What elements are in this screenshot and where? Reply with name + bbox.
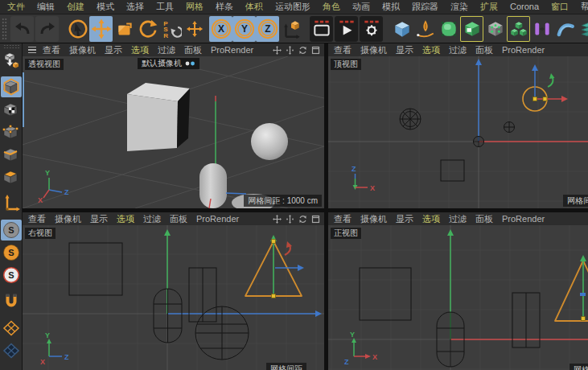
- wireframe-sphere[interactable]: [195, 306, 249, 360]
- menu-panel[interactable]: 面板: [170, 213, 187, 225]
- dolly-view-icon[interactable]: [285, 45, 295, 55]
- menu-filter[interactable]: 过滤: [449, 44, 467, 56]
- rotate-view-icon[interactable]: [298, 214, 308, 224]
- wireframe-cube[interactable]: [441, 160, 464, 181]
- make-editable-button[interactable]: [1, 50, 22, 71]
- toolbar-grip[interactable]: [2, 18, 7, 40]
- wireframe-cube[interactable]: [69, 243, 122, 295]
- maximize-view-icon[interactable]: [310, 45, 321, 55]
- maximize-view-icon[interactable]: [310, 214, 321, 224]
- menubar-item-19[interactable]: 帮助: [581, 0, 588, 14]
- enable-axis-button[interactable]: [1, 193, 22, 214]
- spline-pen-button[interactable]: [413, 16, 437, 42]
- coordinate-system-button[interactable]: [279, 16, 302, 42]
- render-view-button[interactable]: [310, 16, 333, 42]
- viewport-solo-hierarchy-button[interactable]: S: [1, 265, 22, 286]
- volume-builder-button[interactable]: [460, 16, 483, 42]
- floor-button[interactable]: [577, 16, 588, 42]
- menu-camera[interactable]: 摄像机: [360, 213, 387, 225]
- menubar-item-7[interactable]: 网格: [186, 0, 204, 14]
- polygons-mode-button[interactable]: [1, 166, 22, 187]
- cloner-button[interactable]: [507, 16, 530, 42]
- menubar-item-13[interactable]: 模拟: [382, 0, 400, 14]
- pan-view-icon[interactable]: [272, 45, 282, 55]
- menubar-item-18[interactable]: 窗口: [551, 0, 569, 14]
- wireframe-capsule-origin[interactable]: [473, 137, 484, 147]
- scene-cube[interactable]: [127, 83, 190, 151]
- menu-view[interactable]: 查看: [334, 44, 352, 56]
- wireframe-cylinder[interactable]: [504, 122, 515, 133]
- menubar-item-8[interactable]: 样条: [216, 0, 233, 14]
- scale-tool-button[interactable]: [113, 16, 136, 42]
- scene-sphere[interactable]: [251, 123, 288, 160]
- menubar-item-12[interactable]: 动画: [352, 0, 370, 14]
- undo-button[interactable]: [10, 16, 34, 42]
- bend-deformer-button[interactable]: [553, 16, 577, 42]
- menubar-item-15[interactable]: 渲染: [450, 0, 468, 14]
- last-tool-psr-button[interactable]: P S R: [159, 16, 183, 42]
- wireframe-sphere[interactable]: [400, 109, 421, 130]
- menubar-item-17[interactable]: Corona: [510, 0, 539, 14]
- menu-panel[interactable]: 面板: [184, 44, 202, 56]
- menu-filter[interactable]: 过滤: [449, 213, 467, 225]
- menu-options[interactable]: 选项: [422, 44, 440, 56]
- menubar-item-1[interactable]: 文件: [7, 0, 25, 14]
- redo-button[interactable]: [35, 16, 59, 42]
- wireframe-cube[interactable]: [360, 268, 411, 320]
- axis-y-lock-button[interactable]: Y: [232, 16, 256, 42]
- menu-display[interactable]: 显示: [396, 213, 413, 225]
- workplane-button[interactable]: [1, 318, 22, 339]
- primitive-cube-button[interactable]: [390, 16, 413, 42]
- edit-render-settings-button[interactable]: [360, 16, 383, 42]
- viewport-front[interactable]: Y X Z 正视图 网格间距: [328, 225, 588, 370]
- menu-panel[interactable]: 面板: [475, 44, 493, 56]
- viewport-solo-single-button[interactable]: S: [1, 242, 22, 263]
- snapping-button[interactable]: [1, 291, 22, 312]
- menu-filter[interactable]: 过滤: [158, 44, 175, 56]
- pan-view-icon[interactable]: [272, 214, 282, 224]
- axis-x-lock-button[interactable]: X: [209, 16, 232, 42]
- menu-prorender[interactable]: ProRender: [502, 213, 545, 225]
- volume-mesher-button[interactable]: [483, 16, 507, 42]
- viewport-right[interactable]: Y Z X 右视图 网格间距: [23, 225, 324, 370]
- menubar-item-5[interactable]: 选择: [126, 0, 144, 14]
- menu-options[interactable]: 选项: [131, 44, 149, 56]
- sidebar-grip[interactable]: [3, 44, 19, 48]
- menu-panel[interactable]: 面板: [475, 213, 493, 225]
- selected-cone[interactable]: [523, 64, 568, 111]
- menu-display[interactable]: 显示: [105, 44, 122, 56]
- menu-filter[interactable]: 过滤: [143, 213, 161, 225]
- viewport-perspective[interactable]: Y Z X 透视视图 默认摄像机 网格间距 : 1000 cm: [23, 56, 324, 208]
- menu-view[interactable]: 查看: [334, 213, 352, 225]
- locked-workplane-button[interactable]: [1, 340, 22, 361]
- menubar-item-4[interactable]: 模式: [97, 0, 114, 14]
- model-mode-button[interactable]: [1, 76, 22, 97]
- viewport-layout-menu-icon[interactable]: [28, 47, 36, 54]
- menu-view[interactable]: 查看: [28, 213, 46, 225]
- spline-deformer-button[interactable]: [530, 16, 553, 42]
- menu-camera[interactable]: 摄像机: [55, 213, 81, 225]
- camera-badge[interactable]: 默认摄像机: [138, 58, 199, 69]
- menubar-item-14[interactable]: 跟踪器: [412, 0, 438, 14]
- menubar-item-10[interactable]: 运动图形: [275, 0, 310, 14]
- menu-options[interactable]: 选项: [422, 213, 440, 225]
- points-mode-button[interactable]: [1, 121, 22, 142]
- selected-cone[interactable]: [555, 255, 588, 321]
- menu-prorender[interactable]: ProRender: [196, 213, 239, 225]
- rotate-view-icon[interactable]: [298, 45, 308, 55]
- menubar-item-2[interactable]: 编辑: [37, 0, 55, 14]
- dolly-view-icon[interactable]: [285, 214, 295, 224]
- subdivision-surface-button[interactable]: [437, 16, 460, 42]
- live-selection-button[interactable]: [66, 16, 89, 42]
- menubar-item-6[interactable]: 工具: [156, 0, 174, 14]
- wireframe-capsule[interactable]: [154, 289, 182, 343]
- scene-capsule[interactable]: [199, 163, 227, 208]
- viewport-top[interactable]: Z X 顶视图 网格间距: [328, 56, 588, 208]
- viewport-solo-off-button[interactable]: S: [1, 220, 22, 240]
- menubar-item-3[interactable]: 创建: [67, 0, 84, 14]
- render-to-picture-viewer-button[interactable]: [335, 16, 358, 42]
- menubar-item-9[interactable]: 体积: [245, 0, 263, 14]
- menu-display[interactable]: 显示: [396, 44, 413, 56]
- move-tool-button[interactable]: [89, 16, 113, 42]
- tweak-tool-button[interactable]: [183, 16, 206, 42]
